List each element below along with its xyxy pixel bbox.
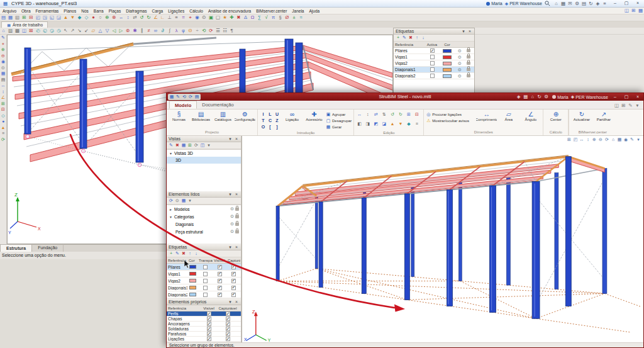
toolbar-icon[interactable]: ⊟ bbox=[0, 106, 6, 113]
eye-icon[interactable] bbox=[230, 229, 234, 234]
checkbox[interactable] bbox=[430, 61, 435, 65]
checkbox[interactable] bbox=[226, 317, 230, 321]
checkbox[interactable] bbox=[218, 272, 222, 276]
toolbar-icon[interactable]: ◨ bbox=[364, 121, 371, 130]
toolbar-icon[interactable]: ◵ bbox=[42, 28, 48, 34]
checkbox[interactable] bbox=[430, 48, 435, 53]
color-swatch[interactable] bbox=[189, 293, 196, 296]
checkbox[interactable] bbox=[207, 317, 211, 321]
toolbar-icon[interactable]: ◫ bbox=[613, 103, 620, 109]
lock-icon[interactable] bbox=[235, 223, 239, 226]
toolbar-icon[interactable]: ▾ bbox=[206, 142, 212, 149]
toolbar-icon[interactable]: ◱ bbox=[48, 14, 55, 21]
toolbar-icon[interactable]: ⊗ bbox=[111, 14, 118, 21]
toolbar-icon[interactable]: ◳ bbox=[42, 14, 48, 21]
close-button[interactable]: × bbox=[633, 1, 642, 6]
menu-item[interactable]: Arquivo bbox=[0, 8, 19, 14]
color-swatch[interactable] bbox=[443, 62, 452, 65]
toolbar-icon[interactable]: ▤ bbox=[0, 14, 7, 21]
eye-icon[interactable] bbox=[458, 48, 462, 53]
toolbar-icon[interactable]: ⌖ bbox=[187, 14, 194, 21]
toolbar-icon[interactable]: ⊖ bbox=[597, 137, 604, 143]
toolbar-icon[interactable]: ≈ bbox=[297, 14, 304, 21]
toolbar-icon[interactable]: ∫ bbox=[166, 28, 173, 34]
checkbox[interactable] bbox=[231, 272, 236, 276]
toolbar-icon[interactable]: ↔ bbox=[356, 111, 363, 121]
toolbar-icon[interactable]: ÷ bbox=[194, 28, 201, 34]
toolbar-icon[interactable]: ▤ bbox=[194, 94, 200, 100]
checkbox[interactable] bbox=[231, 279, 236, 283]
toolbar-icon[interactable]: ☰ bbox=[214, 28, 221, 34]
checkbox[interactable] bbox=[203, 265, 208, 269]
toolbar-icon[interactable]: ↻ bbox=[145, 14, 152, 21]
checkbox[interactable] bbox=[218, 265, 222, 269]
toolbar-icon[interactable]: ▥ bbox=[7, 28, 14, 34]
toolbar-icon[interactable]: ⊚ bbox=[125, 28, 131, 34]
toolbar-icon[interactable]: ↓ bbox=[193, 250, 199, 257]
maximize-button[interactable]: ▢ bbox=[622, 94, 631, 100]
toolbar-icon[interactable]: ∑ bbox=[256, 14, 263, 21]
toolbar-icon[interactable]: ▧ bbox=[14, 14, 21, 21]
toolbar-icon[interactable]: O bbox=[260, 124, 267, 130]
gerar-button[interactable]: ▦Gerar bbox=[326, 124, 352, 130]
tree-item-vistas3d[interactable]: ▾Vistas 3D bbox=[167, 150, 241, 157]
toolbar-icon[interactable]: ▷ bbox=[118, 28, 125, 34]
toolbar-icon[interactable]: ▽ bbox=[104, 28, 111, 34]
checkbox[interactable] bbox=[203, 286, 208, 290]
expander-icon[interactable]: ▾ bbox=[169, 151, 173, 155]
tree-item[interactable]: ▾Categorias bbox=[167, 213, 241, 220]
toolbar-icon[interactable]: ▩ bbox=[14, 28, 21, 34]
toolbar-icon[interactable]: ⊖ bbox=[0, 53, 6, 59]
toolbar-icon[interactable]: ✎ bbox=[174, 250, 180, 257]
checkbox[interactable] bbox=[226, 332, 230, 336]
comprimento-button[interactable]: ↔Comprimento bbox=[476, 110, 497, 121]
checkbox[interactable] bbox=[430, 67, 435, 72]
tree-item[interactable]: Diagonais bbox=[167, 220, 241, 228]
lock-icon[interactable] bbox=[467, 62, 470, 65]
color-swatch[interactable] bbox=[443, 49, 452, 53]
lock-icon[interactable] bbox=[235, 208, 239, 211]
menu-item[interactable]: Nós bbox=[79, 8, 91, 14]
menu-item[interactable]: Carga bbox=[149, 8, 165, 14]
partilhar-button[interactable]: ↗Partilhar bbox=[593, 110, 614, 121]
toolbar-icon[interactable]: + bbox=[395, 35, 401, 41]
toolbar-icon[interactable]: ▤ bbox=[0, 77, 6, 83]
checkbox[interactable] bbox=[231, 286, 236, 290]
toolbar-icon[interactable]: ▦ bbox=[560, 1, 567, 7]
toolbar-icon[interactable]: ⌖ bbox=[0, 41, 6, 47]
toolbar-icon[interactable]: ↙ bbox=[83, 28, 90, 34]
toolbar-icon[interactable]: ▲ bbox=[0, 125, 6, 131]
toolbar-icon[interactable]: ✖ bbox=[180, 250, 187, 257]
menu-item[interactable]: Ferramentas bbox=[33, 8, 62, 14]
agrupar-button[interactable]: ▣Agrupar bbox=[326, 111, 352, 117]
lock-icon[interactable] bbox=[235, 215, 239, 218]
toolbar-icon[interactable]: ▦ bbox=[169, 94, 175, 100]
toolbar-icon[interactable]: ∠ bbox=[0, 94, 6, 101]
panel-header[interactable]: Elementos próprios▾× bbox=[167, 299, 241, 305]
project-badge[interactable]: ◈PER Warehouse bbox=[505, 1, 542, 6]
toolbar-icon[interactable]: ∥ bbox=[138, 28, 145, 34]
toolbar-icon[interactable]: ✖ bbox=[174, 142, 180, 149]
color-swatch[interactable] bbox=[443, 74, 452, 78]
toolbar-icon[interactable]: ⟲ bbox=[181, 94, 187, 100]
toolbar-icon[interactable]: ⊞ bbox=[620, 103, 627, 109]
maximize-button[interactable]: ▢ bbox=[622, 1, 631, 6]
toolbar-icon[interactable]: ⌂ bbox=[553, 1, 560, 7]
checkbox[interactable] bbox=[203, 293, 208, 297]
checkbox[interactable] bbox=[226, 312, 230, 316]
menu-item[interactable]: Ajuda bbox=[306, 8, 322, 14]
toolbar-icon[interactable]: ▣ bbox=[208, 14, 214, 21]
toolbar-icon[interactable]: ↺ bbox=[389, 111, 396, 121]
user-badge[interactable]: Maria bbox=[486, 1, 502, 6]
collapse-icon[interactable]: ▾ bbox=[228, 245, 233, 250]
strubim-titlebar[interactable]: ▦✎⟲⟳▤ StruBIM Steel - novo.mitl ◈▦⌂↻⚙ Ma… bbox=[167, 93, 643, 101]
toolbar-icon[interactable]: ↑ bbox=[414, 35, 420, 41]
checkbox[interactable] bbox=[218, 279, 222, 283]
toolbar-icon[interactable]: [ bbox=[267, 124, 274, 130]
table-row[interactable]: Diagonais2 bbox=[394, 73, 474, 79]
toolbar-icon[interactable]: ↑ bbox=[187, 250, 193, 257]
toolbar-icon[interactable]: ↔ bbox=[579, 137, 585, 143]
toolbar-icon[interactable]: Ω bbox=[249, 14, 256, 21]
toolbar-icon[interactable]: ◫ bbox=[623, 8, 630, 14]
toolbar-icon[interactable]: ✎ bbox=[629, 137, 635, 143]
